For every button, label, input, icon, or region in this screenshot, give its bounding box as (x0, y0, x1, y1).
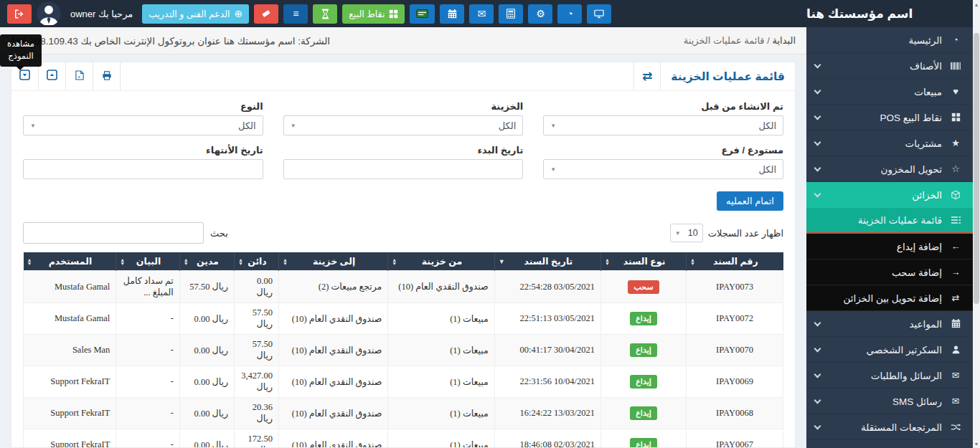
view-template-tooltip: مشاهدة النموذج (0, 34, 42, 67)
envelope-icon: ✉ (948, 396, 963, 406)
column-header-sort[interactable]: نوع السند▲▼ (601, 252, 687, 271)
cell-note: - (116, 303, 179, 335)
cell-user: Support FekraIT (24, 398, 116, 429)
grid-icon (389, 9, 398, 19)
page-title: قائمة عمليات الخزينة (661, 62, 795, 90)
cell-debit: 0.00 ريال (179, 335, 234, 366)
sidebar-item-7[interactable]: الخزائن (806, 182, 973, 208)
settings-button[interactable]: ⚙ (528, 4, 552, 24)
records-count-select[interactable]: 10 ▼ (670, 224, 703, 242)
sidebar-item-16[interactable]: المرتجعات المستقلة (806, 414, 973, 440)
sidebar-item-label: الرسائل والطلبات (871, 370, 942, 381)
hourglass-button[interactable] (313, 4, 337, 24)
sidebar-item-8[interactable]: قائمة عمليات الخزينة (806, 208, 973, 234)
cell-id: IPAY0073 (687, 271, 783, 303)
sidebar-item-11[interactable]: ⇄إضافة تحويل بين الخزائن (806, 285, 973, 311)
end-date-input[interactable] (23, 159, 263, 179)
chevron-down-icon (814, 319, 821, 326)
sidebar-item-5[interactable]: ★مشتريات (806, 130, 973, 156)
calculator-button[interactable] (499, 4, 523, 24)
support-button[interactable]: ⊕الدعم الفنى و التدريب (142, 4, 249, 24)
screen-button[interactable] (587, 4, 611, 24)
expand-button[interactable] (39, 62, 66, 90)
sidebar-item-label: إضافة سحب (892, 267, 942, 278)
type-select[interactable]: الكل▼ (23, 115, 263, 135)
sidebar-item-14[interactable]: ✉الرسائل والطلبات (806, 363, 973, 389)
end-date-input-group: تاريخ الأنتهاء (23, 145, 263, 179)
cell-date: 18:46:08 02/03/2021 (494, 429, 600, 448)
scrollbar-down-arrow[interactable]: ▼ (973, 439, 980, 448)
cell-type: إيداع (601, 303, 687, 335)
scrollbar-thumb[interactable] (974, 33, 979, 304)
sidebar-item-label: السكرتير الشخصي (867, 344, 942, 356)
treasury-operations-table: رقم السند▲▼نوع السند▲▼تاريخ السند▼من خزي… (23, 252, 783, 447)
envelope-icon: ✉ (478, 9, 486, 19)
start-date-input[interactable] (283, 159, 524, 179)
sidebar-item-15[interactable]: ✉رسائل SMS (806, 389, 973, 414)
calendar-button[interactable] (440, 4, 464, 24)
search-input[interactable] (23, 222, 204, 244)
treasury-select-group: الخزينةالكل▼ (283, 101, 524, 135)
sidebar-item-3[interactable]: ♥مبيعات (806, 79, 973, 105)
complete-operation-button[interactable]: اتمام العمليه (717, 191, 783, 211)
cell-credit: 57.50 ريال (234, 303, 278, 335)
dashboard-button[interactable]: ◔ (557, 4, 582, 24)
cell-note: تم سداد كامل المبلغ ... (116, 271, 179, 303)
greeting-text: مرحبا بك owner (70, 9, 133, 19)
sidebar-item-label: مشتريات (905, 138, 942, 149)
column-header-sort[interactable]: إلى خزينة▲▼ (278, 252, 387, 271)
language-flag-button[interactable] (410, 4, 435, 24)
cell-id: IPAY0067 (687, 429, 783, 448)
sidebar-item-label: الرئيسية (909, 34, 943, 46)
created-by-select[interactable]: الكل▼ (543, 115, 783, 135)
cell-type: إيداع (601, 366, 687, 398)
sort-icon: ▲▼ (690, 258, 695, 265)
sidebar-item-10[interactable]: →إضافة سحب (806, 259, 973, 285)
globe-icon: ⊕ (235, 9, 243, 19)
column-header-sort[interactable]: مدين▲▼ (179, 252, 234, 271)
sort-icon: ▲▼ (184, 258, 189, 265)
column-header-sort[interactable]: البيان▲▼ (116, 252, 179, 271)
pos-button[interactable]: نقاط البيع (342, 4, 405, 24)
chevron-down-icon: ▼ (550, 123, 556, 129)
cell-user: Support FekraIT (24, 366, 116, 398)
sort-icon: ▲▼ (283, 258, 288, 265)
flag-icon (416, 9, 428, 18)
column-header-sort[interactable]: تاريخ السند▼ (494, 252, 600, 271)
caret-square-down-icon (19, 70, 30, 83)
print-button[interactable] (93, 62, 121, 90)
sidebar-item-1[interactable]: ◔الرئيسية (806, 27, 973, 53)
column-header-sort[interactable]: رقم السند▲▼ (687, 252, 783, 271)
sidebar-item-label: المواعيد (909, 318, 942, 330)
breadcrumb-home-link[interactable]: البداية (772, 35, 796, 46)
main-content: x ⇄ قائمة عمليات الخزينة تم الانشاء من ق… (0, 54, 806, 448)
exchange-toggle-button[interactable]: ⇄ (633, 62, 661, 90)
sidebar-item-9[interactable]: ←إضافة إيداع (806, 234, 973, 259)
submit-section: اتمام العمليه (11, 189, 795, 211)
sidebar-item-13[interactable]: السكرتير الشخصي (806, 337, 973, 363)
cube-icon (948, 190, 963, 200)
avatar[interactable] (37, 1, 61, 26)
page-scrollbar[interactable]: ▲ ▼ (973, 0, 980, 448)
warehouse-select[interactable]: الكل▼ (543, 159, 783, 179)
scrollbar-up-arrow[interactable]: ▲ (973, 0, 980, 9)
logout-button[interactable] (7, 4, 32, 24)
sidebar-item-label: تحويل المخزون (881, 163, 942, 175)
column-header-sort[interactable]: المستخدم▲▼ (24, 252, 116, 271)
export-excel-button[interactable]: x (66, 62, 93, 90)
treasury-select[interactable]: الكل▼ (283, 115, 524, 135)
sidebar-item-6[interactable]: ☆تحويل المخزون (806, 156, 973, 182)
sidebar-item-12[interactable]: المواعيد (806, 311, 973, 337)
column-header-sort[interactable]: دائن▲▼ (234, 252, 278, 271)
column-header-sort[interactable]: من خزينة▲▼ (388, 252, 494, 271)
sidebar-item-4[interactable]: نقاط البيع POS (806, 105, 973, 130)
cell-credit: 3,427.00 ريال (234, 366, 278, 398)
card-toolbar-buttons: x (11, 62, 121, 90)
list-button[interactable]: ≡ (283, 4, 308, 24)
chevron-down-icon (814, 61, 821, 68)
sidebar-item-2[interactable]: الأصناف (806, 53, 973, 79)
messages-button[interactable]: ✉ (469, 4, 494, 24)
chevron-down-icon (814, 371, 821, 378)
envelope-icon: ✉ (948, 371, 963, 380)
eraser-button[interactable] (254, 4, 278, 24)
